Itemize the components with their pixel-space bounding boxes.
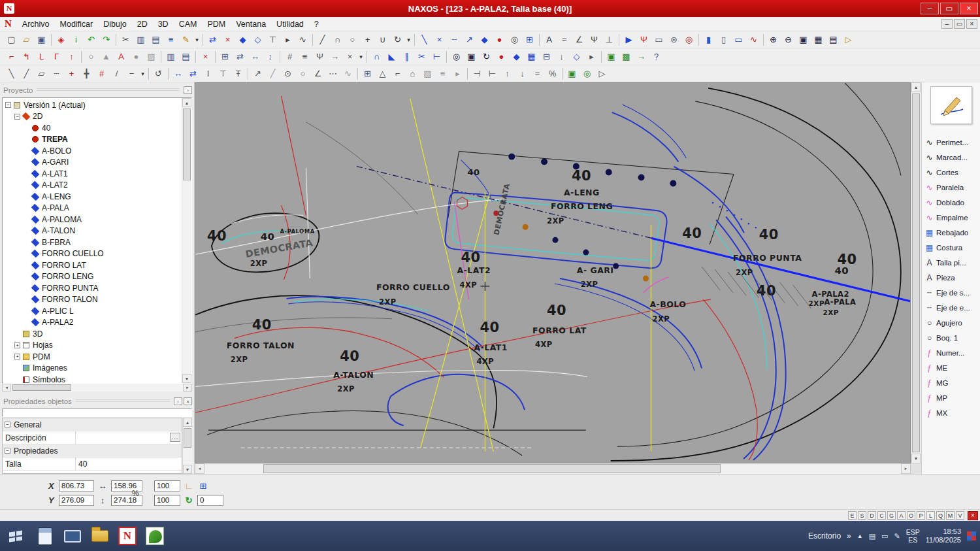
eq-tool-icon[interactable]: = bbox=[530, 67, 545, 81]
export-arrow-icon[interactable]: ▷ bbox=[595, 67, 610, 81]
question-tool-icon[interactable]: ? bbox=[649, 50, 664, 64]
y-coordinate-field[interactable] bbox=[59, 495, 94, 506]
canvas-vscrollbar[interactable]: ▲ ▼ bbox=[911, 82, 921, 463]
hatch-triangle-icon[interactable]: ▲ bbox=[99, 50, 114, 64]
menu-pdm[interactable]: PDM bbox=[202, 17, 231, 31]
node-tool-icon[interactable]: ◆ bbox=[477, 33, 492, 47]
ellipse-tool-icon[interactable]: ○ bbox=[84, 50, 99, 64]
new-document-icon[interactable]: ▢ bbox=[4, 33, 19, 47]
menu-3d[interactable]: 3D bbox=[153, 17, 174, 31]
copy-tool-icon[interactable]: ▥ bbox=[133, 33, 148, 47]
flag-small-icon[interactable]: ▸ bbox=[450, 67, 465, 81]
info-tool-icon[interactable]: i bbox=[69, 33, 84, 47]
scroll-down-icon[interactable]: ▼ bbox=[182, 374, 191, 383]
tree-item-a-paloma[interactable]: A-PALOMA bbox=[3, 214, 182, 225]
machine-tool-icon[interactable]: ⊛ bbox=[666, 33, 681, 47]
print-tool-icon[interactable]: ▤ bbox=[826, 33, 841, 47]
arrow-ne-tool-icon[interactable]: ↗ bbox=[462, 33, 477, 47]
hatch-diag-icon[interactable]: ▧ bbox=[420, 67, 435, 81]
tree-scrollbar[interactable]: ▲ ▼ bbox=[182, 98, 191, 383]
play-tool-icon[interactable]: ▸ bbox=[584, 50, 599, 64]
taskbar-file-explorer[interactable] bbox=[60, 524, 85, 548]
tree-item-pdm[interactable]: +PDM bbox=[3, 351, 182, 363]
arrows-h-icon[interactable]: ↔ bbox=[171, 67, 186, 81]
taskbar-cad-green[interactable] bbox=[142, 524, 167, 548]
fork-tool-icon[interactable]: Ψ bbox=[636, 33, 651, 47]
dots-tool-icon[interactable]: ⋯ bbox=[325, 67, 340, 81]
close-button[interactable]: × bbox=[960, 3, 978, 14]
expand-icon[interactable]: + bbox=[14, 342, 20, 348]
tree-item-hojas[interactable]: +Hojas bbox=[3, 340, 182, 352]
pointer-tool-icon[interactable]: ▶ bbox=[621, 33, 636, 47]
tree-item-a-talon[interactable]: A-TALON bbox=[3, 225, 182, 237]
close-panel-icon[interactable]: × bbox=[184, 397, 192, 405]
corner-left-icon[interactable]: L bbox=[34, 50, 49, 64]
house-tool-icon[interactable]: ⌂ bbox=[405, 67, 420, 81]
corner-trim-icon[interactable]: ⌐ bbox=[4, 50, 19, 64]
collapse-tool-icon[interactable]: ⊟ bbox=[539, 50, 554, 64]
hash-red-icon[interactable]: # bbox=[94, 67, 109, 81]
stack-tool-icon[interactable]: ≡ bbox=[297, 50, 312, 64]
tree-item-a-pala[interactable]: A-PALA bbox=[3, 203, 182, 214]
cad-canvas[interactable]: 4040A-LENGFORRO LENG2XPDEMOCRATA4040A-PA… bbox=[195, 82, 911, 463]
dash-dim-icon[interactable]: ┄ bbox=[49, 67, 64, 81]
tool-talla-pi[interactable]: ATalla pi... bbox=[922, 255, 980, 270]
tool-costura[interactable]: ▦Costura bbox=[922, 240, 980, 255]
zoom-in-icon[interactable]: ⊕ bbox=[766, 33, 781, 47]
language-indicator[interactable]: ESPES bbox=[906, 528, 920, 544]
expand-icon[interactable]: + bbox=[14, 354, 20, 359]
edit-pen-icon[interactable]: ✎ bbox=[178, 33, 193, 47]
wave-tool-icon[interactable]: ∿ bbox=[295, 33, 310, 47]
sym-left-icon[interactable]: ⊣ bbox=[470, 67, 485, 81]
scroll-left-icon[interactable]: ◂ bbox=[195, 463, 204, 474]
tree-item-a-leng[interactable]: A-LENG bbox=[3, 191, 182, 203]
corner-up-icon[interactable]: ↑ bbox=[64, 50, 79, 64]
hash-tool-icon[interactable]: # bbox=[282, 50, 297, 64]
tool-eje-de-s[interactable]: ╌Eje de s... bbox=[922, 285, 980, 300]
zoom-out-icon[interactable]: ⊖ bbox=[781, 33, 796, 47]
triangle-dim-icon[interactable]: △ bbox=[375, 67, 390, 81]
box-plus-icon[interactable]: ⊞ bbox=[360, 67, 375, 81]
tree-item-a-gari[interactable]: A-GARI bbox=[3, 157, 182, 169]
rotate-tool-icon[interactable]: ↻ bbox=[390, 33, 405, 47]
ellipsis-button[interactable]: ... bbox=[170, 433, 180, 442]
tool-boq-1[interactable]: ○Boq. 1 bbox=[922, 330, 980, 345]
circle-tool-icon[interactable]: ○ bbox=[345, 33, 360, 47]
zoom-page-icon[interactable]: ▣ bbox=[796, 33, 811, 47]
tool-eje-de-e[interactable]: ╌Eje de e... bbox=[922, 300, 980, 315]
dropdown-arrow-icon[interactable]: ▾ bbox=[139, 67, 146, 81]
plot-device-icon[interactable]: ◈ bbox=[54, 33, 69, 47]
tree-item-a-bolo[interactable]: A-BOLO bbox=[3, 145, 182, 157]
paste-tool-icon[interactable]: ▤ bbox=[148, 33, 163, 47]
point-tool-icon[interactable]: ● bbox=[492, 33, 507, 47]
camera-tool-icon[interactable]: ◎ bbox=[580, 67, 595, 81]
tool-perimet[interactable]: ∿Perimet... bbox=[922, 135, 980, 150]
delete-tool-icon[interactable]: × bbox=[220, 33, 235, 47]
tool-paralela[interactable]: ∿Paralela bbox=[922, 180, 980, 195]
scroll-down-icon[interactable]: ▼ bbox=[183, 465, 192, 474]
dropdown-arrow-icon[interactable]: ▾ bbox=[193, 33, 201, 47]
chamfer-tool-icon[interactable]: ◣ bbox=[384, 50, 399, 64]
cross-red-icon[interactable]: + bbox=[64, 67, 79, 81]
cross-out-icon[interactable]: × bbox=[342, 50, 357, 64]
hidden-icons-button[interactable]: ▲ bbox=[857, 533, 863, 539]
tool-mp[interactable]: ƒMP bbox=[922, 390, 980, 405]
pen-icon[interactable]: ✎ bbox=[894, 532, 900, 541]
image-tool-icon[interactable]: ▣ bbox=[564, 67, 580, 81]
tool-rebajado[interactable]: ▦Rebajado bbox=[922, 225, 980, 240]
stair-tool-icon[interactable]: ≡ bbox=[435, 67, 450, 81]
mesh-tool-icon[interactable]: ▦ bbox=[524, 50, 539, 64]
page-tool-icon[interactable]: ▷ bbox=[841, 33, 856, 47]
tool-mx[interactable]: ƒMX bbox=[922, 405, 980, 420]
menu-ventana[interactable]: Ventana bbox=[231, 17, 271, 31]
display-icon[interactable]: ▭ bbox=[881, 532, 888, 541]
para-shape-icon[interactable]: ▱ bbox=[34, 67, 49, 81]
mdi-restore-button[interactable]: ▭ bbox=[954, 19, 965, 29]
menu-archivo[interactable]: Archivo bbox=[17, 17, 55, 31]
refresh-tool-icon[interactable]: ↻ bbox=[479, 50, 494, 64]
scroll-up-icon[interactable]: ▲ bbox=[182, 98, 191, 107]
open-diamond-icon[interactable]: ◇ bbox=[569, 50, 584, 64]
curve-tool-icon[interactable]: ∩ bbox=[330, 33, 345, 47]
desktop-toolbar-label[interactable]: Escritorio bbox=[808, 531, 841, 541]
scroll-down-icon[interactable]: ▼ bbox=[911, 454, 921, 463]
